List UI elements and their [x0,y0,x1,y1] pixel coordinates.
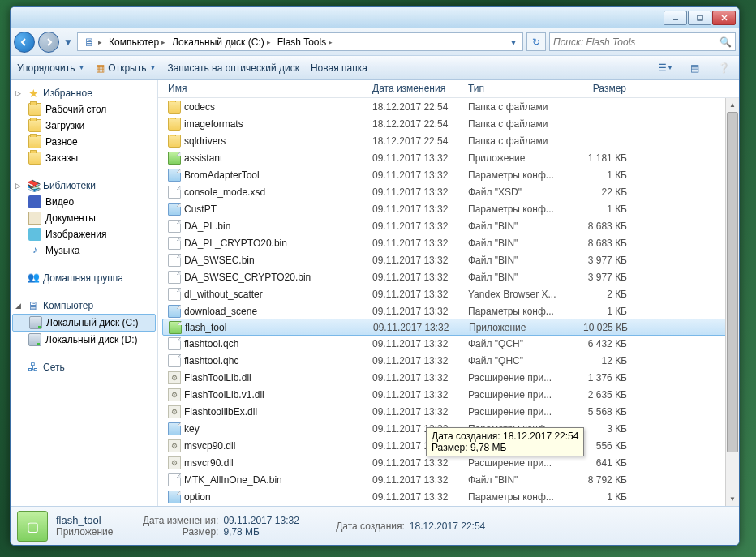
file-date: 09.11.2017 13:32 [367,474,463,486]
file-icon [168,220,181,233]
file-row[interactable]: DA_SWSEC_CRYPTO20.bin09.11.2017 13:32Фай… [163,268,739,285]
titlebar[interactable] [11,7,739,28]
file-row[interactable]: download_scene09.11.2017 13:32Параметры … [163,302,739,319]
file-row[interactable]: console_mode.xsd09.11.2017 13:32Файл "XS… [163,183,739,200]
file-type: Параметры конф... [463,204,570,215]
sidebar-item[interactable]: Загрузки [11,118,157,134]
sidebar-item-drive-c[interactable]: Локальный диск (C:) [12,314,156,332]
file-icon [168,271,181,284]
open-button[interactable]: ▦Открыть▼ [96,62,156,74]
exe-icon [168,203,181,216]
sidebar-item[interactable]: Заказы [11,150,157,166]
sidebar-favorites[interactable]: ▷★Избранное [11,85,157,101]
file-type: Расширение при... [463,406,570,418]
sidebar-item[interactable]: Изображения [11,226,157,242]
exe-icon [168,305,181,318]
sidebar-libraries[interactable]: ▷📚Библиотеки [11,178,157,194]
history-dropdown[interactable]: ▼ [62,35,74,49]
file-name: flashtool.qhc [184,355,238,366]
file-date: 09.11.2017 13:32 [367,221,463,232]
file-row[interactable]: imageformats18.12.2017 22:54Папка с файл… [163,115,739,132]
back-button[interactable] [14,32,35,53]
video-icon [28,195,41,208]
file-type: Папка с файлами [463,101,570,113]
sidebar-item[interactable]: Рабочий стол [11,101,157,118]
bc-seg-0[interactable]: Компьютер▸ [105,33,169,50]
scroll-down[interactable]: ▼ [726,492,739,506]
scroll-up[interactable]: ▲ [726,98,739,112]
file-icon [168,254,181,267]
file-name: assistant [184,152,222,164]
file-row[interactable]: MTK_AllInOne_DA.bin09.11.2017 13:32Файл … [163,471,739,488]
bc-root-icon[interactable]: 🖥▸ [79,33,105,50]
newfolder-button[interactable]: Новая папка [311,62,367,74]
col-type[interactable]: Тип [463,80,570,97]
file-size: 6 432 КБ [570,338,632,349]
organize-menu[interactable]: Упорядочить▼ [17,62,84,74]
file-size: 22 КБ [570,186,632,198]
details-pane: flash_tool Приложение Дата изменения:09.… [11,506,739,545]
file-row[interactable]: FlashToolLib.dll09.11.2017 13:32Расширен… [163,369,739,386]
file-type: Папка с файлами [463,135,570,147]
scroll-thumb[interactable] [727,112,738,452]
vscrollbar[interactable]: ▲ ▼ [725,98,739,506]
file-type: Расширение при... [463,389,570,401]
search-input[interactable] [553,36,719,48]
sidebar-item-drive-d[interactable]: Локальный диск (D:) [11,332,157,348]
sidebar-network[interactable]: ▷🖧Сеть [11,359,157,375]
file-row[interactable]: assistant09.11.2017 13:32Приложение1 181… [163,149,739,166]
file-row[interactable]: CustPT09.11.2017 13:32Параметры конф...1… [163,200,739,217]
sidebar-item[interactable]: Документы [11,210,157,226]
sidebar-item[interactable]: Разное [11,134,157,150]
exe-icon [168,491,181,503]
help-button[interactable]: ❔ [715,60,732,76]
sidebar-computer[interactable]: ◢🖥Компьютер [11,298,157,314]
sidebar-item[interactable]: ♪Музыка [11,242,157,259]
file-row[interactable]: flashtool.qhc09.11.2017 13:32Файл "QHC"1… [163,352,739,369]
tooltip: Дата создания: 18.12.2017 22:54 Размер: … [426,427,584,456]
search-box[interactable]: 🔍 [549,32,736,51]
bc-seg-2[interactable]: Flash Tools▸ [274,33,336,50]
file-row[interactable]: flashtool.qch09.11.2017 13:32Файл "QCH"6… [163,335,739,352]
file-row[interactable]: DA_PL_CRYPTO20.bin09.11.2017 13:32Файл "… [163,234,739,251]
file-date: 09.11.2017 13:32 [367,406,463,418]
network-icon: 🖧 [27,361,40,374]
file-row[interactable]: dl_without_scatter09.11.2017 13:32Yandex… [163,285,739,302]
col-name[interactable]: Имя [163,80,367,97]
file-date: 09.11.2017 13:32 [367,169,463,181]
file-row[interactable]: flash_tool09.11.2017 13:32Приложение10 0… [162,319,736,336]
file-row[interactable]: FlashtoollibEx.dll09.11.2017 13:32Расшир… [163,403,739,420]
file-type: Файл "QCH" [463,338,570,349]
bc-seg-1[interactable]: Локальный диск (C:)▸ [169,33,274,50]
col-date[interactable]: Дата изменения [367,80,463,97]
file-row[interactable]: BromAdapterTool09.11.2017 13:32Параметры… [163,166,739,183]
sidebar-homegroup[interactable]: ▷👥Домашняя группа [11,270,157,286]
burn-button[interactable]: Записать на оптический диск [167,62,299,74]
file-row[interactable]: codecs18.12.2017 22:54Папка с файлами [163,98,739,115]
file-icon [168,473,181,486]
file-type: Параметры конф... [463,169,570,181]
file-row[interactable]: msvcr90.dll09.11.2017 13:32Расширение пр… [163,454,739,471]
view-menu[interactable]: ☰▼ [656,60,674,76]
file-row[interactable]: option09.11.2017 13:32Параметры конф...1… [163,488,739,505]
bc-dropdown[interactable]: ▾ [505,33,521,50]
file-size: 3 977 КБ [570,255,632,266]
file-row[interactable]: DA_PL.bin09.11.2017 13:32Файл "BIN"8 683… [163,217,739,234]
maximize-button[interactable] [688,11,711,25]
file-name: codecs [184,101,215,113]
file-row[interactable]: sqldrivers18.12.2017 22:54Папка с файлам… [163,132,739,149]
breadcrumb[interactable]: 🖥▸ Компьютер▸ Локальный диск (C:)▸ Flash… [77,32,523,51]
minimize-button[interactable] [664,11,687,25]
bc-label: Локальный диск (C:) [172,36,264,48]
file-row[interactable]: FlashToolLib.v1.dll09.11.2017 13:32Расши… [163,386,739,403]
col-size[interactable]: Размер [570,80,632,97]
sidebar-item[interactable]: Видео [11,194,157,210]
refresh-button[interactable]: ↻ [526,32,546,51]
file-type: Файл "BIN" [463,221,570,232]
file-row[interactable]: DA_SWSEC.bin09.11.2017 13:32Файл "BIN"3 … [163,251,739,268]
details-name: flash_tool [56,514,113,526]
close-button[interactable] [712,11,736,25]
forward-button[interactable] [38,32,59,53]
file-name: msvcp90.dll [184,440,235,452]
preview-pane-button[interactable]: ▤ [685,60,703,76]
